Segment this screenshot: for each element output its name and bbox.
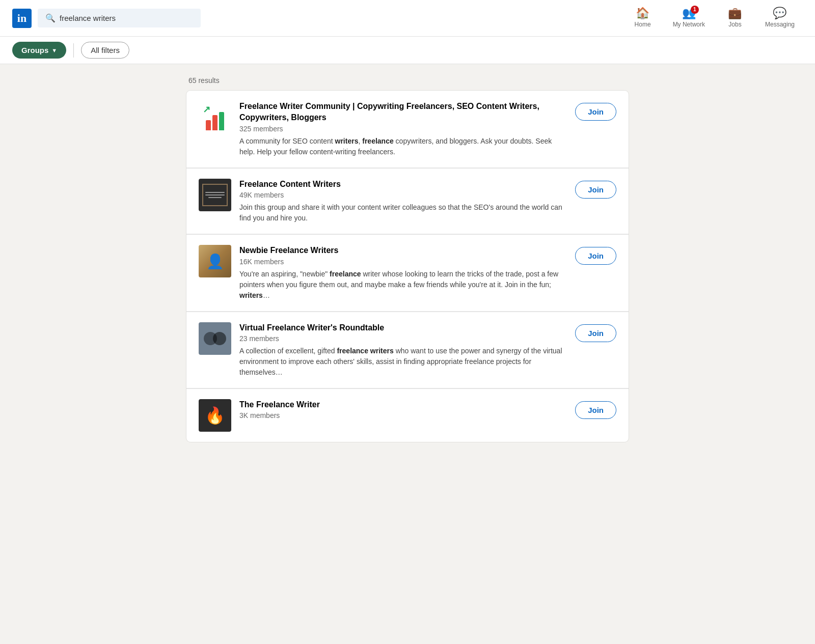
group-name: Freelance Content Writers (239, 179, 567, 190)
join-button-wrap: Join (575, 401, 616, 419)
filter-divider (73, 43, 74, 58)
table-row: 🔥 The Freelance Writer 3K members Join (186, 388, 629, 442)
nav-messaging[interactable]: 💬 Messaging (757, 4, 803, 33)
group-members: 16K members (239, 258, 567, 266)
group-info-1: Freelance Writer Community | Copywriting… (239, 101, 567, 157)
nav-home[interactable]: 🏠 Home (625, 4, 661, 33)
table-row: ↗ Freelance Writer Community | Copywriti… (186, 91, 629, 168)
group-members: 23 members (239, 334, 567, 343)
bar-chart-icon (212, 115, 218, 130)
results-list: ↗ Freelance Writer Community | Copywriti… (186, 91, 629, 442)
header: in 🔍 🏠 Home 👥 1 My Network 💼 Jobs (0, 0, 815, 37)
bar-chart-icon (219, 112, 224, 130)
main-content: 65 results ↗ Freelance Writer Community … (178, 76, 637, 442)
network-badge: 1 (691, 6, 699, 14)
join-button-wrap: Join (575, 324, 616, 342)
results-count: 65 results (186, 76, 629, 85)
nav-jobs[interactable]: 💼 Jobs (717, 4, 753, 33)
join-button[interactable]: Join (575, 324, 616, 342)
group-info-2: Freelance Content Writers 49K members Jo… (239, 179, 567, 223)
group-description: You're an aspiring, "newbie" freelance w… (239, 269, 567, 301)
chevron-down-icon: ▼ (51, 47, 57, 53)
all-filters-button[interactable]: All filters (81, 42, 129, 59)
search-bar[interactable]: 🔍 (38, 9, 201, 27)
join-button-wrap: Join (575, 103, 616, 121)
group-members: 325 members (239, 125, 567, 133)
group-name: Freelance Writer Community | Copywriting… (239, 101, 567, 124)
join-button[interactable]: Join (575, 103, 616, 121)
group-logo-1: ↗ (199, 101, 231, 133)
group-logo-5: 🔥 (199, 399, 231, 432)
jobs-icon: 💼 (728, 8, 742, 19)
group-photo-icon: 👤 (199, 245, 231, 277)
chart-arrow-icon: ↗ (203, 104, 210, 115)
fire-icon: 🔥 (205, 406, 225, 425)
filter-bar: Groups ▼ All filters (0, 37, 815, 64)
table-row: 👤 Newbie Freelance Writers 16K members Y… (186, 234, 629, 311)
group-members: 49K members (239, 191, 567, 199)
join-button[interactable]: Join (575, 401, 616, 419)
group-info-3: Newbie Freelance Writers 16K members You… (239, 245, 567, 300)
group-description: A community for SEO content writers, fre… (239, 136, 567, 157)
join-button-wrap: Join (575, 181, 616, 199)
search-input[interactable] (60, 14, 193, 22)
groups-filter-button[interactable]: Groups ▼ (12, 42, 66, 59)
circle-icon (213, 332, 226, 345)
table-row: Freelance Content Writers 49K members Jo… (186, 168, 629, 234)
group-logo-2 (199, 179, 231, 211)
group-info-5: The Freelance Writer 3K members (239, 399, 567, 423)
group-name: Newbie Freelance Writers (239, 245, 567, 256)
group-info-4: Virtual Freelance Writer's Roundtable 23… (239, 322, 567, 378)
join-button-wrap: Join (575, 247, 616, 265)
main-nav: 🏠 Home 👥 1 My Network 💼 Jobs 💬 Messaging (625, 4, 803, 33)
bar-chart-icon (206, 120, 211, 130)
join-button[interactable]: Join (575, 181, 616, 199)
search-icon: 🔍 (45, 13, 56, 23)
group-description: Join this group and share it with your c… (239, 202, 567, 223)
group-members: 3K members (239, 411, 567, 419)
group-description: A collection of excellent, gifted freela… (239, 346, 567, 378)
table-row: Virtual Freelance Writer's Roundtable 23… (186, 312, 629, 388)
join-button[interactable]: Join (575, 247, 616, 265)
nav-my-network[interactable]: 👥 1 My Network (665, 4, 713, 33)
group-name: Virtual Freelance Writer's Roundtable (239, 322, 567, 333)
linkedin-logo[interactable]: in (12, 9, 32, 28)
network-icon: 👥 1 (682, 8, 696, 19)
group-logo-4 (199, 322, 231, 355)
messaging-icon: 💬 (773, 8, 786, 19)
group-logo-3: 👤 (199, 245, 231, 277)
blackboard-icon (202, 184, 228, 206)
group-name: The Freelance Writer (239, 399, 567, 410)
home-icon: 🏠 (636, 8, 649, 19)
